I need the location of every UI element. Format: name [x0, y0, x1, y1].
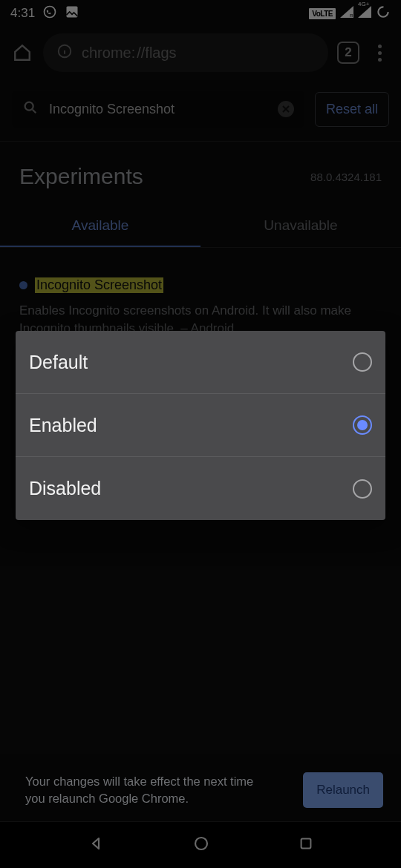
- option-label: Default: [29, 352, 88, 373]
- radio-icon: [353, 352, 372, 372]
- relaunch-bar: Your changes will take effect the next t…: [0, 759, 401, 821]
- relaunch-message: Your changes will take effect the next t…: [25, 773, 255, 807]
- option-disabled[interactable]: Disabled: [16, 457, 385, 520]
- option-label: Enabled: [29, 415, 97, 436]
- option-default[interactable]: Default: [16, 331, 385, 394]
- radio-icon: [353, 479, 372, 499]
- relaunch-button[interactable]: Relaunch: [303, 772, 383, 808]
- option-enabled[interactable]: Enabled: [16, 394, 385, 457]
- radio-icon: [353, 415, 372, 435]
- flag-value-dropdown: Default Enabled Disabled: [16, 331, 385, 520]
- option-label: Disabled: [29, 478, 101, 499]
